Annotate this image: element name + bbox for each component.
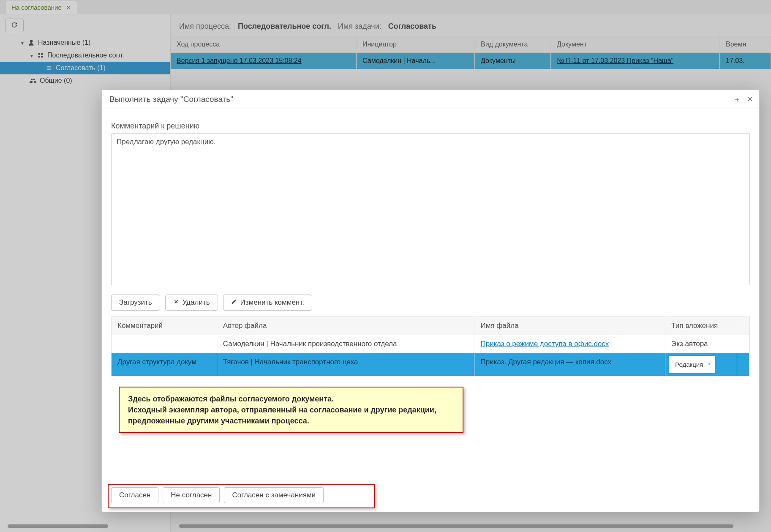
col-author[interactable]: Автор файла — [217, 317, 475, 335]
task-dialog: Выполнить задачу "Согласовать" ＋ ✕ Комме… — [101, 90, 760, 512]
button-label: Изменить коммент. — [240, 298, 304, 307]
cell-author: Самоделкин | Начальник производственного… — [217, 335, 475, 353]
hint-line-2: Исходный экземпляр автора, отправленный … — [128, 404, 454, 426]
cell-attachment-type: Экз.автора — [665, 335, 737, 353]
button-label: Согласен — [119, 491, 150, 499]
chevron-down-icon — [706, 361, 712, 368]
pencil-icon — [231, 298, 237, 307]
delete-button[interactable]: Удалить — [165, 295, 218, 311]
col-tail — [737, 317, 749, 335]
annotation-callout: Здесь отображаются файлы согласуемого до… — [119, 387, 463, 433]
file-table: Комментарий Автор файла Имя файла Тип вл… — [111, 316, 750, 376]
disagree-button[interactable]: Не согласен — [163, 487, 220, 503]
dialog-titlebar: Выполнить задачу "Согласовать" ＋ ✕ — [102, 90, 759, 109]
button-label: Удалить — [183, 298, 210, 307]
decision-row: Согласен Не согласен Согласен с замечани… — [111, 480, 750, 507]
agree-button[interactable]: Согласен — [111, 487, 158, 503]
dialog-title: Выполнить задачу "Согласовать" — [109, 95, 233, 104]
button-label: Загрузить — [119, 298, 152, 307]
cell-comment — [112, 335, 217, 353]
maximize-button[interactable]: ＋ — [733, 94, 741, 104]
cell-filename: Приказ. Другая редакция — копия.docx — [474, 353, 665, 376]
hint-line-1: Здесь отображаются файлы согласуемого до… — [128, 393, 454, 404]
file-row[interactable]: Другая структура докум Тягачов | Начальн… — [112, 353, 749, 376]
cell-author: Тягачов | Начальник транспортного цеха — [217, 353, 475, 376]
file-toolbar: Загрузить Удалить Изменить коммент. — [111, 295, 750, 311]
comment-label: Комментарий к решению — [111, 122, 750, 131]
edit-comment-button[interactable]: Изменить коммент. — [223, 295, 312, 311]
close-button[interactable]: ✕ — [747, 94, 753, 104]
file-link[interactable]: Приказ о режиме доступа в офис.docx — [480, 340, 609, 348]
col-attachment-type[interactable]: Тип вложения — [665, 317, 737, 335]
comment-textarea[interactable] — [111, 133, 750, 285]
col-comment[interactable]: Комментарий — [112, 317, 217, 335]
select-value: Редакция — [675, 361, 703, 368]
attachment-type-select[interactable]: Редакция — [669, 356, 715, 373]
cell-comment: Другая структура докум — [112, 353, 217, 376]
button-label: Не согласен — [171, 491, 212, 499]
close-icon: ✕ — [747, 95, 753, 104]
file-table-header: Комментарий Автор файла Имя файла Тип вл… — [112, 317, 749, 335]
col-filename[interactable]: Имя файла — [474, 317, 665, 335]
upload-button[interactable]: Загрузить — [111, 295, 160, 311]
agree-with-notes-button[interactable]: Согласен с замечаниями — [224, 487, 324, 503]
close-icon — [173, 298, 179, 307]
file-row[interactable]: Самоделкин | Начальник производственного… — [112, 335, 749, 353]
button-label: Согласен с замечаниями — [232, 491, 316, 499]
plus-icon: ＋ — [733, 95, 741, 104]
